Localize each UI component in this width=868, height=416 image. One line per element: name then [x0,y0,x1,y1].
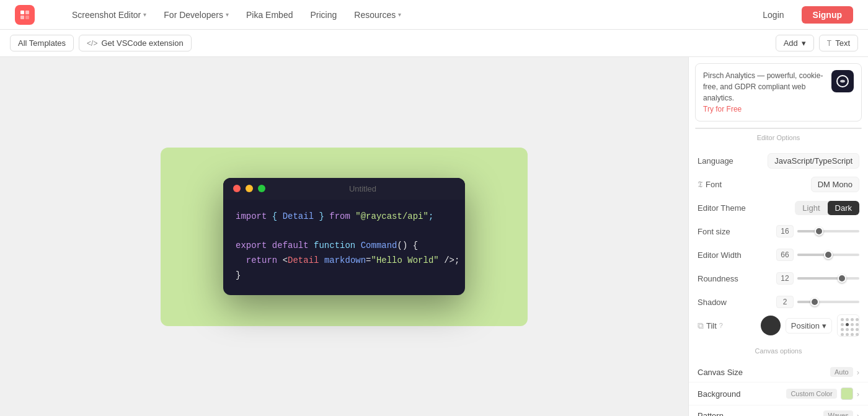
pattern-row[interactable]: Pattern Waves › [689,405,868,416]
roundness-label: Roundness [698,274,771,283]
roundness-value: 12 [776,272,794,285]
tilt-row: ⧉ Tilt ? Position ▾ [689,314,868,337]
pos-dot-1 [841,318,844,321]
canvas-background: Untitled import { Detail } from "@raycas… [161,148,528,326]
tilt-help-icon[interactable]: ? [719,322,723,329]
position-grid[interactable] [837,314,859,337]
chevron-down-icon: ▾ [822,321,826,330]
ad-icon [831,70,854,92]
font-size-value: 16 [776,225,794,237]
editor-width-slider[interactable] [797,254,859,256]
chevron-right-icon: › [857,411,859,417]
font-value[interactable]: DM Mono [811,177,859,192]
ad-text: Pirsch Analytics — powerful, cookie-free… [703,70,825,115]
editor-title: Untitled [270,184,455,193]
theme-label: Editor Theme [698,203,790,213]
tilt-controls: Position ▾ [761,314,859,337]
pos-dot-11 [851,328,854,331]
nav-resources[interactable]: Resources ▾ [347,6,409,24]
canvas-size-row[interactable]: Canvas Size Auto › [689,362,868,383]
toolbar-right: Add ▾ T Text [776,35,858,51]
editor-width-slider-container: 66 [776,249,859,261]
pos-dot-12 [856,328,859,331]
chevron-down-icon: ▾ [226,11,229,18]
roundness-fill [797,277,842,280]
pos-dot-7 [851,323,854,326]
position-button[interactable]: Position ▾ [786,318,832,334]
code-icon: </> [87,39,97,48]
pos-dot-4 [856,318,859,321]
dot-green [258,185,265,192]
login-button[interactable]: Login [753,6,794,24]
pos-dot-8 [856,323,859,326]
add-button[interactable]: Add ▾ [776,35,814,51]
editor-width-row: Editor Width 66 [689,243,868,267]
roundness-row: Roundness 12 [689,267,868,290]
pos-dot-10 [846,328,849,331]
vscode-extension-button[interactable]: </> Get VSCode extension [79,35,192,51]
all-templates-button[interactable]: All Templates [10,35,74,51]
pos-dot-6 [846,323,849,326]
chevron-down-icon: ▾ [398,11,401,18]
language-value[interactable]: JavaScript/TypeScript [768,153,859,169]
editor-width-value: 66 [776,249,794,261]
pos-dot-5 [841,323,844,326]
theme-light-option[interactable]: Light [795,201,827,215]
code-line-5: } [236,268,453,283]
tilt-circle[interactable] [761,316,781,335]
svg-rect-0 [20,11,24,14]
pos-dot-16 [856,333,859,336]
navbar: Screenshot Editor ▾ For Developers ▾ Pik… [0,0,868,30]
main-layout: Untitled import { Detail } from "@raycas… [0,57,868,416]
font-size-label: Font size [698,227,771,236]
background-label: Background [698,389,786,399]
editor-width-thumb[interactable] [824,250,833,259]
language-label: Language [698,156,763,166]
chevron-right-icon: › [857,368,859,377]
roundness-thumb[interactable] [838,274,846,283]
right-panel: Pirsch Analytics — powerful, cookie-free… [688,57,868,416]
nav-links: Screenshot Editor ▾ For Developers ▾ Pik… [64,6,733,24]
chevron-down-icon: ▾ [143,11,146,18]
font-label: 𝕿 Font [698,179,806,190]
roundness-slider[interactable] [797,277,859,280]
pattern-value: Waves [823,410,852,416]
nav-pricing[interactable]: Pricing [303,6,344,24]
theme-toggle: Light Dark [795,201,859,215]
svg-rect-3 [25,15,29,19]
code-line-3: export default function Command() { [236,239,453,254]
signup-button[interactable]: Signup [802,6,853,24]
nav-for-developers[interactable]: For Developers ▾ [156,6,236,24]
canvas-area[interactable]: Untitled import { Detail } from "@raycas… [0,57,688,416]
theme-dark-option[interactable]: Dark [828,201,859,215]
shadow-value: 2 [776,296,794,308]
code-line-1: import { Detail } from "@raycast/api"; [236,210,453,224]
pos-dot-3 [851,318,854,321]
theme-row: Editor Theme Light Dark [689,196,868,219]
canvas-options-header: Canvas options [689,342,868,357]
shadow-slider[interactable] [797,301,859,303]
font-size-thumb[interactable] [815,227,823,236]
background-value: Custom Color [786,387,852,400]
ad-link[interactable]: Try for Free [703,105,742,113]
dot-yellow [246,185,253,192]
pos-dot-13 [841,333,844,336]
chevron-right-icon: › [857,389,859,399]
font-icon: 𝕿 [698,179,703,190]
editor-width-label: Editor Width [698,250,771,260]
nav-screenshot-editor[interactable]: Screenshot Editor ▾ [64,6,154,24]
font-size-slider[interactable] [797,230,859,232]
text-button[interactable]: T Text [819,35,858,51]
shadow-thumb[interactable] [810,298,819,306]
tilt-label: ⧉ Tilt ? [698,321,756,331]
background-row[interactable]: Background Custom Color › [689,383,868,405]
font-size-row: Font size 16 [689,219,868,243]
logo[interactable] [15,5,35,25]
shadow-slider-container: 2 [776,296,859,308]
ad-banner: Pirsch Analytics — powerful, cookie-free… [695,63,862,122]
chevron-down-icon: ▾ [802,38,806,48]
background-color-swatch[interactable] [841,387,853,400]
tilt-icon: ⧉ [698,321,704,331]
nav-pika-embed[interactable]: Pika Embed [239,6,300,24]
pos-dot-9 [841,328,844,331]
